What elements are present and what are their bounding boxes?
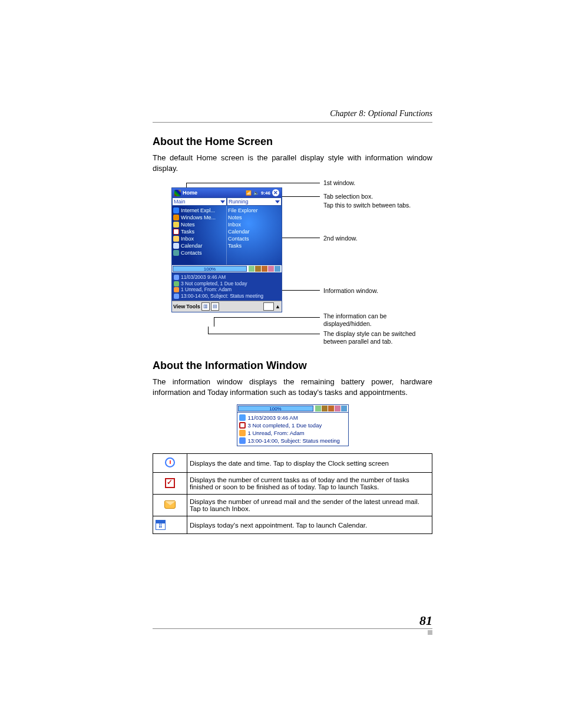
app-item[interactable]: Contacts (173, 249, 225, 256)
info2-cal: 13:00-14:00, Subject: Status meeting (248, 437, 340, 444)
running-label: Notes (228, 215, 242, 220)
device-bottom-bar: View Tools ▥ ▤ ▲ (172, 301, 282, 312)
tab-running[interactable]: Running (227, 197, 282, 206)
info-cal: 13:00-14:00, Subject: Status meeting (181, 293, 263, 299)
close-icon[interactable]: ✕ (272, 189, 279, 196)
tab-main[interactable]: Main (172, 197, 227, 206)
hw-icon-2 (255, 266, 261, 272)
info2-mail: 1 Unread, From: Adam (248, 430, 305, 436)
callout-1st-window: 1st window. (323, 179, 355, 187)
app-icon (173, 222, 179, 228)
signal-icon: 📶 (246, 190, 252, 196)
section-1-title: About the Home Screen (153, 136, 432, 148)
app-item[interactable]: Windows Me... (173, 214, 225, 221)
table-row: Displays the date and time. Tap to displ… (153, 454, 432, 473)
speaker-icon: 🔈 (253, 190, 259, 196)
app-label: Internet Expl... (181, 207, 215, 213)
app-icon (173, 236, 179, 242)
mail-icon (239, 430, 246, 436)
device-titlebar[interactable]: Home 📶 🔈 9:46 ✕ (172, 188, 282, 197)
device-screen: Home 📶 🔈 9:46 ✕ Main Running Internet Ex… (171, 187, 282, 312)
hw-icon-3 (328, 406, 334, 411)
app-label: Windows Me... (181, 215, 216, 220)
hw-icon-4 (268, 266, 274, 272)
info-fig-battery: 100% (239, 406, 313, 411)
task-icon (174, 281, 179, 286)
hw-icon-2 (322, 406, 328, 411)
device-title: Home (183, 190, 244, 196)
app-label: Tasks (181, 229, 194, 235)
tools-menu[interactable]: Tools (186, 304, 200, 309)
callout-2nd-window: 2nd window. (323, 235, 358, 242)
header-rule (153, 122, 432, 123)
tab-running-label: Running (229, 199, 249, 205)
app-item[interactable]: Internet Expl... (173, 207, 225, 214)
section-2-body: The information window displays the rema… (153, 377, 432, 397)
running-item[interactable]: Tasks (228, 242, 280, 249)
keyboard-icon[interactable] (263, 302, 274, 311)
app-label: Inbox (181, 236, 194, 242)
page-footer: 81 (153, 613, 432, 635)
table-row: Displays the number of unread mail and t… (153, 495, 432, 516)
app-icon (173, 207, 179, 213)
chevron-down-icon (275, 200, 280, 203)
mail-icon (164, 500, 176, 509)
task-icon (165, 478, 175, 488)
icon-cell (153, 473, 187, 495)
hw-icon-4 (335, 406, 340, 411)
icon-cell (153, 454, 187, 473)
running-item[interactable]: Calendar (228, 228, 280, 235)
app-item[interactable]: Notes (173, 221, 225, 228)
footer-marker (428, 630, 432, 635)
app-item[interactable]: Calendar (173, 242, 225, 249)
calendar-icon (239, 437, 246, 444)
style-toggle-tab[interactable]: ▤ (211, 302, 219, 311)
icon-description-table: Displays the date and time. Tap to displ… (153, 453, 432, 534)
app-label: Notes (181, 222, 195, 228)
running-item[interactable]: File Explorer (228, 207, 280, 214)
information-window[interactable]: 11/03/2003 9:46 AM 3 Not completed, 1 Du… (172, 273, 282, 301)
app-icon (173, 215, 179, 220)
table-row: Displays the number of current tasks as … (153, 473, 432, 495)
hw-icon-5 (341, 406, 347, 411)
hw-icon-5 (275, 266, 280, 272)
info2-datetime: 11/03/2003 9:46 AM (248, 414, 298, 421)
first-window: Internet Expl...Windows Me...NotesTasksI… (172, 206, 227, 265)
info-datetime: 11/03/2003 9:46 AM (181, 274, 226, 281)
callout-tab-box: Tab selection box. (323, 193, 373, 200)
running-item[interactable]: Inbox (228, 221, 280, 228)
running-item[interactable]: Contacts (228, 235, 280, 242)
page-number: 81 (153, 613, 432, 628)
hw-icon-3 (262, 266, 267, 272)
hw-icon-1 (315, 406, 321, 411)
info-tasks: 3 Not completed, 1 Due today (181, 281, 247, 287)
callout-info-toggle: The information can be displayed/hidden. (323, 312, 424, 328)
task-icon (239, 422, 246, 429)
app-label: Calendar (181, 243, 203, 249)
running-item[interactable]: Notes (228, 214, 280, 221)
start-flag-icon[interactable] (174, 190, 181, 196)
app-item[interactable]: Tasks (173, 228, 225, 235)
section-2-title: About the Information Window (153, 360, 432, 372)
desc-cell: Displays today's next appointment. Tap t… (187, 516, 432, 534)
style-toggle-parallel[interactable]: ▥ (201, 302, 210, 311)
up-arrow-icon[interactable]: ▲ (275, 304, 280, 309)
chevron-down-icon (220, 200, 225, 203)
running-label: File Explorer (228, 207, 258, 213)
desc-cell: Displays the number of current tasks as … (187, 473, 432, 495)
home-screen-figure: 1st window. Tab selection box. Tap this … (171, 180, 451, 351)
desc-cell: Displays the number of unread mail and t… (187, 495, 432, 516)
app-item[interactable]: Inbox (173, 235, 225, 242)
battery-status-bar[interactable]: 100% (172, 265, 282, 273)
table-row: ⠿Displays today's next appointment. Tap … (153, 516, 432, 534)
calendar-icon: ⠿ (156, 520, 166, 530)
tab-main-label: Main (174, 199, 186, 205)
view-menu[interactable]: View (173, 304, 185, 309)
running-label: Contacts (228, 236, 249, 242)
app-icon (173, 250, 179, 256)
second-window: File ExplorerNotesInboxCalendarContactsT… (227, 206, 282, 265)
info-mail: 1 Unread, From: Adam (181, 286, 232, 293)
hw-icon-1 (249, 266, 254, 272)
info-window-figure: 100% 11/03/2003 9:46 AM 3 Not completed,… (237, 404, 349, 446)
icon-cell: ⠿ (153, 516, 187, 534)
